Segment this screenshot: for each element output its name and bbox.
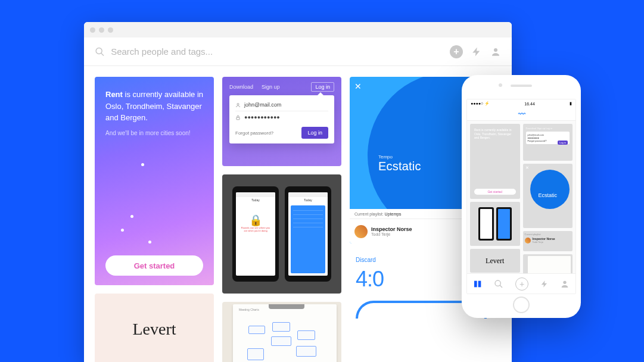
card-rent-cities[interactable]: Rent is currently available in Oslo, Tro… [95, 77, 214, 285]
status-signal: ●●●●○ ⚡ [471, 101, 490, 106]
mini-card-whiteboard[interactable] [523, 254, 573, 273]
profile-icon[interactable] [490, 46, 501, 57]
user-icon [235, 102, 241, 108]
login-button[interactable]: Log in [301, 127, 328, 139]
browser-window: + Rent is currently available in Oslo, T… [84, 22, 512, 362]
search-input[interactable] [111, 46, 444, 57]
mini-card-mockups[interactable] [470, 202, 520, 246]
grid-col-2: Download Sign up Log in john@mail.com ●●… [222, 77, 341, 362]
status-battery: ▮ [570, 101, 572, 106]
phone-screen: ●●●●○ ⚡ 16.44 ▮ 〰 Rent is currently avai… [466, 99, 576, 294]
mini-track-art [525, 238, 531, 244]
mini-login-button[interactable]: Log in [558, 141, 568, 145]
nav-search-icon[interactable] [494, 279, 503, 289]
phone-home-button[interactable] [513, 297, 530, 313]
track-title: Inspector Norse [371, 226, 412, 232]
svg-line-1 [101, 53, 104, 55]
password-value: ●●●●●●●●●●● [244, 114, 280, 120]
mini-login-forgot: Forgot password? [528, 139, 547, 142]
card-levert[interactable]: Levert [95, 294, 214, 362]
mock-phone-right: Today [285, 186, 331, 282]
status-time: 16.44 [524, 102, 535, 106]
phone-device: ●●●●○ ⚡ 16.44 ▮ 〰 Rent is currently avai… [462, 75, 581, 318]
svg-rect-4 [237, 117, 239, 120]
tempo-label: Tempo [378, 154, 421, 160]
login-bottom-row: Forgot password? Log in [235, 127, 328, 139]
login-panel: john@mail.com ●●●●●●●●●●● Forgot passwor… [229, 95, 334, 143]
mini-levert-word: Levert [486, 257, 504, 266]
phone-header: 〰 [467, 108, 575, 121]
levert-word: Levert [132, 320, 176, 339]
mock-lock-msg: Rounds can see where you are when you're… [236, 227, 275, 233]
mock-phone-left: Today 🔒 Rounds can see where you are whe… [232, 186, 279, 282]
playlist-label: Current playlist: [354, 212, 384, 216]
phone-status-bar: ●●●●○ ⚡ 16.44 ▮ [467, 99, 575, 108]
mini-card-ecstatic[interactable]: ✕ Ecstatic [523, 164, 573, 228]
phone-tabbar: + [467, 273, 575, 294]
mock-today-label-2: Today [303, 197, 313, 203]
nav-home-icon[interactable] [473, 279, 483, 289]
svg-point-9 [564, 280, 567, 283]
svg-point-0 [96, 48, 102, 54]
lock-icon [235, 115, 241, 120]
track-artist: Todd Terje [371, 232, 412, 236]
svg-point-3 [237, 103, 239, 105]
card-login[interactable]: Download Sign up Log in john@mail.com ●●… [222, 77, 341, 166]
login-tabs: Download Sign up Log in [229, 82, 334, 92]
card-phone-mockups[interactable]: Today 🔒 Rounds can see where you are whe… [222, 174, 341, 294]
mini-card-track[interactable]: Current playlist: Inspector Norse Todd T… [523, 231, 573, 251]
nav-profile-icon[interactable] [560, 279, 570, 289]
content-grid: Rent is currently available in Oslo, Tro… [84, 66, 512, 362]
nav-activity-icon[interactable] [540, 280, 549, 288]
track-art [354, 225, 368, 238]
tab-login[interactable]: Log in [311, 82, 334, 92]
search-wrap [95, 46, 444, 57]
password-field[interactable]: ●●●●●●●●●●● [235, 113, 328, 122]
svg-point-7 [495, 280, 500, 286]
mini-track-artist: Todd Terje [533, 241, 555, 244]
whiteboard-title: Meeting Charts [239, 308, 259, 311]
forgot-password-link[interactable]: Forgot password? [235, 130, 273, 136]
mini-close-icon[interactable]: ✕ [525, 166, 529, 170]
mini-card-rent[interactable]: Rent is currently available in Oslo, Tro… [470, 124, 520, 199]
card-whiteboard[interactable]: Meeting Charts [222, 302, 341, 362]
mini-login-tabs: Download Sign up Log in [526, 127, 570, 130]
tab-download[interactable]: Download [229, 84, 253, 90]
mini-get-started-button[interactable]: Get started [474, 189, 516, 195]
svg-rect-6 [478, 280, 481, 287]
browser-chrome-bar [84, 22, 512, 38]
mini-card-levert[interactable]: Levert [470, 249, 520, 273]
add-button[interactable]: + [450, 45, 463, 58]
email-value: john@mail.com [244, 102, 281, 108]
traffic-light-zoom[interactable] [108, 27, 113, 33]
mini-rent-text: Rent is currently available in Oslo, Tro… [474, 128, 516, 140]
svg-line-8 [500, 285, 502, 288]
wake-logo-icon: 〰 [518, 110, 525, 118]
rent-map-dots [95, 77, 214, 285]
svg-point-2 [494, 48, 497, 52]
tab-signup[interactable]: Sign up [262, 84, 280, 90]
whiteboard-paper: Meeting Charts [233, 304, 337, 362]
search-icon [95, 46, 105, 57]
topbar: + [84, 38, 512, 66]
mini-ecstatic-title: Ecstatic [523, 192, 573, 198]
mock-today-label: Today [250, 197, 260, 203]
activity-icon[interactable] [471, 46, 482, 57]
phone-feed-grid[interactable]: Rent is currently available in Oslo, Tro… [467, 121, 575, 273]
grid-col-1: Rent is currently available in Oslo, Tro… [95, 77, 214, 362]
playlist-name: Uptemps [385, 212, 402, 216]
traffic-light-close[interactable] [90, 27, 95, 33]
ecstatic-title: Ecstatic [378, 160, 421, 173]
nav-add-button[interactable]: + [515, 277, 528, 291]
svg-rect-5 [474, 280, 477, 287]
email-field[interactable]: john@mail.com [235, 100, 328, 110]
padlock-icon: 🔒 [249, 214, 262, 227]
mini-playlist-label: Current playlist: [525, 233, 542, 236]
traffic-light-minimize[interactable] [99, 27, 104, 33]
mini-card-login[interactable]: Download Sign up Log in john@mail.com ●●… [523, 124, 573, 161]
topbar-actions: + [450, 45, 501, 58]
close-icon[interactable]: ✕ [354, 82, 362, 91]
